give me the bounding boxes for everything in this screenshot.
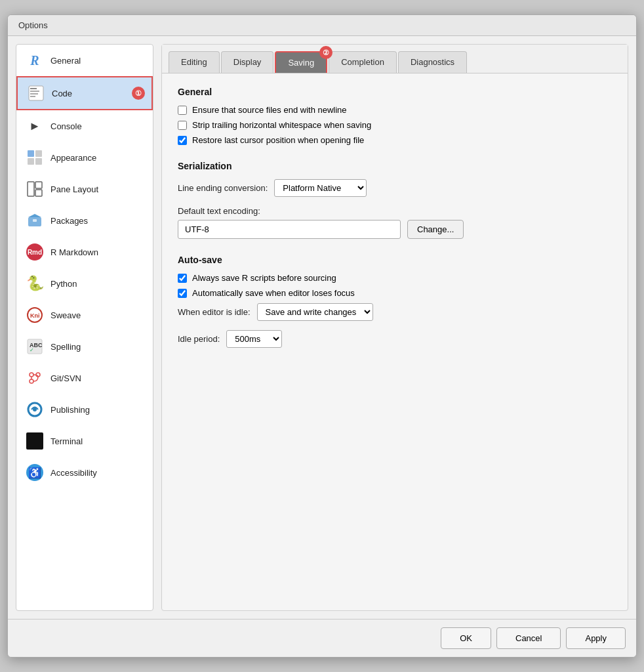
tab-saving[interactable]: Saving ② (275, 51, 327, 73)
sidebar-label-python: Python (50, 279, 77, 289)
sidebar-label-sweave: Sweave (50, 310, 81, 320)
checkbox-row-cursor: Restore last cursor position when openin… (178, 135, 612, 145)
svg-rect-2 (30, 91, 39, 92)
idle-action-row: When editor is idle: Save and write chan… (178, 303, 612, 321)
sidebar-item-general[interactable]: R General (16, 45, 153, 76)
main-content: Editing Display Saving ② Completion Diag… (161, 44, 628, 611)
sidebar-item-r-markdown[interactable]: Rmd R Markdown (16, 236, 153, 268)
code-icon (27, 84, 45, 102)
svg-marker-13 (28, 214, 41, 217)
sidebar-item-terminal[interactable]: Terminal (16, 425, 153, 457)
annotation-1-badge: ① (132, 87, 145, 100)
sidebar-item-python[interactable]: 🐍 Python (16, 268, 153, 299)
console-icon: ► (26, 117, 44, 135)
appearance-icon (26, 148, 44, 167)
sidebar-item-packages[interactable]: Packages (16, 205, 153, 236)
checkbox-newline-label: Ensure that source files end with newlin… (192, 105, 347, 115)
line-ending-select[interactable]: Platform Native Windows (CR/LF) POSIX (L… (274, 179, 367, 197)
sidebar-item-sweave[interactable]: Kni Sweave (16, 299, 153, 331)
tab-bar: Editing Display Saving ② Completion Diag… (162, 45, 628, 74)
sidebar-item-spelling[interactable]: ABC ✓ Spelling (16, 331, 153, 362)
sidebar-item-console[interactable]: ► Console (16, 110, 153, 142)
text-encoding-section: Default text encoding: Change... (178, 206, 612, 239)
general-section: General Ensure that source files end wit… (178, 87, 612, 145)
svg-rect-1 (30, 88, 37, 89)
text-encoding-label: Default text encoding: (178, 206, 612, 216)
svg-rect-7 (28, 158, 34, 165)
checkbox-row-autosave1: Always save R scripts before sourcing (178, 273, 612, 283)
idle-period-select[interactable]: 250ms 500ms 1000ms 1500ms 2000ms 3000ms … (226, 330, 282, 348)
serialization-section-title: Serialization (178, 161, 612, 171)
svg-rect-9 (28, 182, 34, 196)
annotation-2-badge: ② (319, 46, 332, 59)
svg-point-20 (30, 373, 33, 377)
svg-rect-4 (30, 96, 35, 97)
svg-rect-3 (30, 93, 38, 94)
checkbox-newline[interactable] (178, 106, 187, 115)
saving-tab-content: General Ensure that source files end wit… (162, 74, 628, 610)
sidebar-item-code[interactable]: Code ① (16, 76, 153, 110)
checkbox-autosave-focus[interactable] (178, 289, 187, 298)
cancel-button[interactable]: Cancel (496, 627, 561, 649)
svg-rect-8 (35, 158, 42, 165)
sidebar-label-appearance: Appearance (50, 153, 96, 163)
pkg-icon (26, 211, 44, 230)
sidebar-item-pane-layout[interactable]: Pane Layout (16, 173, 153, 205)
tab-display[interactable]: Display (221, 51, 274, 73)
idle-action-select[interactable]: Save and write changes Backup only Nothi… (257, 303, 373, 321)
python-icon: 🐍 (26, 274, 44, 293)
sidebar-label-console: Console (50, 121, 82, 131)
checkbox-whitespace[interactable] (178, 121, 187, 130)
publishing-icon (26, 400, 44, 419)
tab-editing[interactable]: Editing (169, 51, 220, 73)
checkbox-row-newline: Ensure that source files end with newlin… (178, 105, 612, 115)
sidebar-label-spelling: Spelling (50, 342, 81, 352)
autosave-section: Auto-save Always save R scripts before s… (178, 255, 612, 348)
sweave-icon: Kni (26, 306, 44, 324)
svg-point-22 (30, 379, 33, 383)
line-ending-label: Line ending conversion: (178, 183, 268, 193)
checkbox-whitespace-label: Strip trailing horizontal whitespace whe… (192, 120, 371, 130)
sidebar-label-accessibility: Accessibility (50, 468, 97, 478)
spelling-icon: ABC ✓ (26, 337, 44, 356)
sidebar-item-appearance[interactable]: Appearance (16, 142, 153, 173)
idle-period-row: Idle period: 250ms 500ms 1000ms 1500ms 2… (178, 330, 612, 348)
sidebar-label-packages: Packages (50, 216, 88, 226)
tab-completion[interactable]: Completion (329, 51, 397, 73)
serialization-section: Serialization Line ending conversion: Pl… (178, 161, 612, 239)
sidebar-label-publishing: Publishing (50, 405, 90, 415)
accessibility-icon: ♿ (26, 463, 44, 482)
autosave-section-title: Auto-save (178, 255, 612, 265)
svg-text:Kni: Kni (30, 312, 40, 319)
sidebar-item-accessibility[interactable]: ♿ Accessibility (16, 457, 153, 488)
checkbox-cursor[interactable] (178, 136, 187, 145)
checkbox-autosave-scripts[interactable] (178, 274, 187, 283)
rmd-icon: Rmd (26, 243, 44, 261)
checkbox-row-whitespace: Strip trailing horizontal whitespace whe… (178, 120, 612, 130)
sidebar-item-publishing[interactable]: Publishing (16, 394, 153, 425)
svg-rect-5 (28, 150, 34, 157)
sidebar-label-terminal: Terminal (50, 436, 83, 446)
text-encoding-input[interactable] (178, 220, 401, 239)
change-button[interactable]: Change... (407, 220, 464, 239)
line-ending-row: Line ending conversion: Platform Native … (178, 179, 612, 197)
dialog-title: Options (8, 15, 636, 36)
svg-rect-10 (35, 182, 42, 188)
sidebar-item-git-svn[interactable]: Git/SVN (16, 362, 153, 394)
ok-button[interactable]: OK (441, 627, 491, 649)
git-icon (26, 369, 44, 387)
svg-rect-11 (35, 190, 42, 196)
tab-diagnostics[interactable]: Diagnostics (398, 51, 467, 73)
general-section-title: General (178, 87, 612, 97)
sidebar-label-r-markdown: R Markdown (50, 247, 98, 257)
terminal-icon (26, 432, 44, 450)
sidebar-label-general: General (50, 56, 81, 66)
svg-text:✓: ✓ (30, 347, 34, 353)
dialog-body: R General Code ① (8, 36, 636, 619)
sidebar: R General Code ① (16, 44, 153, 611)
svg-rect-6 (35, 150, 42, 157)
checkbox-autosave2-label: Automatically save when editor loses foc… (192, 288, 355, 298)
sidebar-label-git-svn: Git/SVN (50, 373, 81, 383)
r-icon: R (26, 51, 44, 70)
apply-button[interactable]: Apply (566, 627, 626, 649)
